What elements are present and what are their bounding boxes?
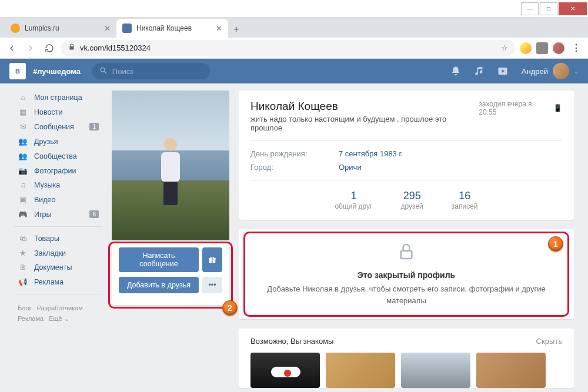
profile-photo[interactable] bbox=[112, 91, 229, 240]
separator bbox=[14, 226, 102, 227]
footer-link-more[interactable]: Ещё ⌄ bbox=[49, 315, 69, 322]
vk-logo-icon[interactable]: B bbox=[9, 63, 26, 79]
browser-addressbar: vk.com/id155120324 ☆ ⋮ bbox=[0, 38, 588, 59]
badge: 6 bbox=[89, 210, 99, 218]
counter-number: 16 bbox=[452, 190, 478, 202]
lock-icon bbox=[262, 242, 550, 263]
counter-mutual[interactable]: 1общий друг bbox=[335, 190, 372, 210]
window-maximize-button[interactable]: □ bbox=[540, 2, 557, 15]
annotation-badge-2: 2 bbox=[222, 300, 238, 316]
add-friend-button[interactable]: Добавить в друзья bbox=[119, 277, 199, 293]
sidebar-item-market[interactable]: 🛍Товары bbox=[14, 232, 102, 246]
message-button[interactable]: Написать сообщение bbox=[119, 247, 199, 272]
profile-status: жить надо только настоящим и будущем , п… bbox=[250, 115, 479, 132]
svg-point-0 bbox=[101, 68, 105, 72]
sidebar-item-communities[interactable]: 👥Сообщества bbox=[14, 149, 102, 163]
more-actions-button[interactable]: ••• bbox=[202, 277, 222, 293]
sidebar-item-photos[interactable]: 📷Фотографии bbox=[14, 163, 102, 178]
sidebar-label: Реклама bbox=[34, 278, 64, 286]
messages-icon: ✉ bbox=[18, 122, 28, 131]
sidebar-item-ads[interactable]: 📢Реклама bbox=[14, 274, 102, 289]
counter-number: 1 bbox=[335, 190, 372, 202]
city-value[interactable]: Оричи bbox=[339, 163, 362, 172]
sidebar-item-my-page[interactable]: ⌂Моя страница bbox=[14, 91, 102, 105]
suggestion-item[interactable] bbox=[476, 353, 546, 388]
music-icon[interactable] bbox=[472, 66, 486, 76]
browser-tab[interactable]: Lumpics.ru ✕ bbox=[5, 19, 116, 38]
profile-right-column: Николай Кощеев жить надо только настоящи… bbox=[239, 91, 574, 385]
market-icon: 🛍 bbox=[18, 234, 28, 243]
profile-avatar-icon[interactable] bbox=[553, 42, 564, 54]
sidebar-item-bookmarks[interactable]: ★Закладки bbox=[14, 246, 102, 260]
footer-link-devs[interactable]: Разработчикам bbox=[37, 304, 83, 311]
window-close-button[interactable]: ✕ bbox=[559, 2, 587, 15]
sidebar-item-documents[interactable]: 🗎Документы bbox=[14, 260, 102, 274]
sidebar-item-music[interactable]: ♫Музыка bbox=[14, 178, 102, 192]
browser-menu-button[interactable]: ⋮ bbox=[569, 41, 583, 55]
search-input[interactable]: Поиск bbox=[92, 63, 210, 79]
new-tab-button[interactable]: + bbox=[228, 21, 245, 38]
nav-back-button[interactable] bbox=[5, 41, 19, 55]
sidebar-footer: Блог Разработчикам Реклама Ещё ⌄ bbox=[14, 299, 102, 327]
private-profile-card: Это закрытый профиль Добавьте Николая в … bbox=[239, 229, 574, 319]
suggestion-item[interactable] bbox=[250, 353, 320, 388]
groups-icon: 👥 bbox=[18, 152, 28, 160]
chevron-down-icon: ⌄ bbox=[574, 68, 579, 75]
profile-name: Николай Кощеев bbox=[250, 100, 479, 113]
suggestion-item[interactable] bbox=[326, 353, 395, 388]
games-icon: 🎮 bbox=[18, 210, 28, 219]
svg-rect-4 bbox=[212, 258, 212, 263]
counter-posts[interactable]: 16записей bbox=[452, 190, 478, 210]
footer-link-ads[interactable]: Реклама bbox=[18, 315, 44, 322]
window-minimize-button[interactable]: — bbox=[521, 2, 539, 15]
video-box-icon[interactable] bbox=[496, 66, 510, 76]
address-input[interactable]: vk.com/id155120324 ☆ bbox=[61, 40, 515, 56]
extension-icon[interactable] bbox=[520, 42, 532, 54]
video-icon: ▣ bbox=[18, 195, 28, 204]
sidebar-label: Документы bbox=[34, 263, 72, 272]
sidebar-item-messages[interactable]: ✉Сообщения1 bbox=[14, 119, 102, 134]
username: Андрей bbox=[522, 67, 548, 76]
suggestions-hide-button[interactable]: Скрыть bbox=[536, 337, 562, 346]
sidebar-item-video[interactable]: ▣Видео bbox=[14, 192, 102, 207]
browser-tabbar: Lumpics.ru ✕ Николай Кощеев ✕ + bbox=[0, 18, 588, 38]
sidebar-label: Видео bbox=[34, 196, 56, 204]
vk-hashtag[interactable]: #лучшедома bbox=[33, 67, 81, 76]
gift-button[interactable] bbox=[202, 247, 222, 272]
docs-icon: 🗎 bbox=[18, 263, 28, 272]
sidebar-item-news[interactable]: ▦Новости bbox=[14, 105, 102, 119]
ads-icon: 📢 bbox=[18, 277, 28, 286]
tab-close-icon[interactable]: ✕ bbox=[216, 24, 222, 33]
tab-close-icon[interactable]: ✕ bbox=[104, 24, 111, 33]
mobile-icon: 📱 bbox=[553, 104, 562, 112]
birthday-value[interactable]: 7 сентября 1983 г. bbox=[339, 149, 403, 158]
sidebar-item-friends[interactable]: 👥Друзья bbox=[14, 134, 102, 149]
browser-tab-active[interactable]: Николай Кощеев ✕ bbox=[116, 19, 228, 38]
vk-body: ⌂Моя страница ▦Новости ✉Сообщения1 👥Друз… bbox=[0, 83, 588, 392]
news-icon: ▦ bbox=[18, 108, 28, 116]
last-seen-text: заходил вчера в 20:55 bbox=[479, 100, 551, 116]
sidebar-label: Моя страница bbox=[34, 93, 82, 102]
sidebar-label: Закладки bbox=[34, 249, 66, 257]
nav-forward-button[interactable] bbox=[24, 41, 38, 55]
counter-label: общий друг bbox=[335, 202, 372, 210]
nav-reload-button[interactable] bbox=[42, 41, 56, 55]
user-avatar-icon bbox=[553, 63, 569, 79]
window-titlebar: — □ ✕ bbox=[0, 0, 588, 18]
suggestions-title: Возможно, Вы знакомы bbox=[250, 337, 333, 346]
footer-link-blog[interactable]: Блог bbox=[18, 304, 32, 311]
bookmark-star-icon[interactable]: ☆ bbox=[501, 43, 508, 52]
sidebar-label: Игры bbox=[34, 210, 51, 219]
suggestion-item[interactable] bbox=[401, 353, 470, 388]
counter-friends[interactable]: 295друзей bbox=[401, 190, 423, 210]
notifications-icon[interactable] bbox=[449, 66, 463, 76]
tab-title: Николай Кощеев bbox=[136, 24, 211, 32]
extension-icon[interactable] bbox=[536, 42, 548, 54]
user-menu[interactable]: Андрей ⌄ bbox=[522, 63, 579, 79]
separator bbox=[14, 294, 102, 294]
sidebar-item-games[interactable]: 🎮Игры6 bbox=[14, 207, 102, 222]
counter-label: друзей bbox=[401, 202, 423, 210]
svg-rect-5 bbox=[401, 251, 412, 259]
tab-title: Lumpics.ru bbox=[25, 24, 99, 32]
profile-info-card: Николай Кощеев жить надо только настоящи… bbox=[239, 91, 574, 220]
